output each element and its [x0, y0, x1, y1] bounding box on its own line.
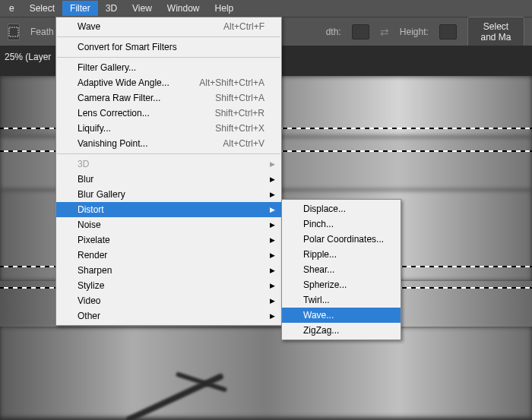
menubar-item-edit-partial[interactable]: e	[2, 1, 22, 16]
chevron-right-icon: ▶	[270, 160, 275, 168]
distort-submenu: Displace... Pinch... Polar Coordinates..…	[281, 199, 401, 340]
menubar-item-select[interactable]: Select	[22, 1, 62, 16]
menu-item-3d: 3D▶	[56, 156, 281, 172]
menubar-item-window[interactable]: Window	[160, 1, 207, 16]
menu-item-label: Adaptive Wide Angle...	[78, 77, 169, 88]
chevron-right-icon: ▶	[270, 221, 275, 229]
menu-separator	[57, 153, 280, 154]
menu-item-label: Blur Gallery	[78, 189, 125, 200]
menu-item-label: Ripple...	[303, 249, 337, 260]
filter-menu-dropdown: Wave Alt+Ctrl+F Convert for Smart Filter…	[55, 17, 282, 326]
menu-shortcut: Shift+Ctrl+A	[215, 93, 264, 103]
menu-item-lens-correction[interactable]: Lens Correction...Shift+Ctrl+R	[56, 106, 281, 121]
menu-item-distort[interactable]: Distort▶	[56, 202, 281, 217]
menu-item-label: Sharpen	[78, 265, 112, 276]
submenu-item-zigzag[interactable]: ZigZag...	[282, 323, 401, 338]
menu-item-label: Shear...	[303, 264, 334, 275]
height-input[interactable]	[439, 24, 457, 39]
menu-item-label: Video	[78, 295, 100, 306]
select-and-mask-button[interactable]: Select and Ma	[467, 17, 524, 47]
chevron-right-icon: ▶	[270, 282, 275, 289]
menu-item-label: Pixelate	[78, 235, 110, 245]
chevron-right-icon: ▶	[270, 175, 275, 183]
menu-item-other[interactable]: Other▶	[56, 308, 281, 324]
chevron-right-icon: ▶	[270, 191, 275, 198]
menu-item-video[interactable]: Video▶	[56, 293, 281, 308]
menubar: e Select Filter 3D View Window Help	[0, 0, 532, 17]
zoom-level-label: 25% (Layer	[0, 49, 55, 65]
submenu-item-shear[interactable]: Shear...	[282, 262, 401, 277]
menu-item-label: Vanishing Point...	[78, 138, 148, 149]
menu-item-label: Wave	[78, 21, 100, 32]
menu-item-vanishing-point[interactable]: Vanishing Point...Alt+Ctrl+V	[56, 136, 281, 151]
menu-item-label: Stylize	[78, 280, 104, 291]
menubar-item-3d[interactable]: 3D	[98, 1, 125, 16]
menu-item-label: Convert for Smart Filters	[78, 42, 177, 52]
width-label: dth:	[326, 27, 341, 37]
menu-item-label: Distort	[78, 204, 104, 215]
menu-item-label: Blur	[78, 174, 93, 185]
menu-shortcut: Shift+Ctrl+R	[215, 108, 264, 118]
height-label: Height:	[400, 27, 429, 37]
menu-item-label: Lens Correction...	[78, 108, 150, 118]
submenu-item-twirl[interactable]: Twirl...	[282, 292, 401, 308]
chevron-right-icon: ▶	[270, 297, 275, 305]
menu-item-label: 3D	[78, 159, 89, 169]
menu-shortcut: Alt+Ctrl+V	[223, 138, 264, 149]
chevron-right-icon: ▶	[270, 267, 275, 274]
menu-item-pixelate[interactable]: Pixelate▶	[56, 232, 281, 248]
menu-item-last-filter[interactable]: Wave Alt+Ctrl+F	[56, 19, 281, 34]
menu-item-label: Camera Raw Filter...	[78, 93, 160, 103]
submenu-item-spherize[interactable]: Spherize...	[282, 277, 401, 292]
menu-shortcut: Alt+Ctrl+F	[223, 21, 264, 32]
menu-item-stylize[interactable]: Stylize▶	[56, 278, 281, 293]
menu-item-adaptive-wide-angle[interactable]: Adaptive Wide Angle...Alt+Shift+Ctrl+A	[56, 75, 281, 90]
submenu-item-ripple[interactable]: Ripple...	[282, 247, 401, 262]
submenu-item-wave[interactable]: Wave...	[282, 308, 401, 323]
menu-separator	[57, 57, 280, 58]
chevron-right-icon: ▶	[270, 312, 275, 320]
swap-icon[interactable]: ⇄	[380, 26, 389, 38]
menu-item-label: Filter Gallery...	[78, 62, 136, 73]
feather-label: Feath	[30, 27, 54, 37]
menu-item-label: Displace...	[303, 204, 346, 214]
submenu-item-pinch[interactable]: Pinch...	[282, 216, 401, 232]
chevron-right-icon: ▶	[270, 206, 275, 213]
menu-item-label: Polar Coordinates...	[303, 234, 384, 245]
menubar-item-filter[interactable]: Filter	[62, 1, 98, 16]
menu-item-liquify[interactable]: Liquify...Shift+Ctrl+X	[56, 121, 281, 136]
menu-item-noise[interactable]: Noise▶	[56, 217, 281, 232]
menu-item-label: ZigZag...	[303, 325, 339, 336]
menu-shortcut: Alt+Shift+Ctrl+A	[199, 77, 264, 88]
menu-item-label: Pinch...	[303, 219, 334, 229]
menu-item-blur[interactable]: Blur▶	[56, 172, 281, 187]
menu-item-render[interactable]: Render▶	[56, 248, 281, 263]
menu-item-label: Noise	[78, 219, 101, 230]
menu-item-label: Wave...	[303, 310, 334, 321]
menu-item-label: Twirl...	[303, 295, 330, 305]
menu-item-convert-smart[interactable]: Convert for Smart Filters	[56, 39, 281, 55]
menu-item-sharpen[interactable]: Sharpen▶	[56, 263, 281, 278]
menubar-item-view[interactable]: View	[125, 1, 160, 16]
menu-item-filter-gallery[interactable]: Filter Gallery...	[56, 60, 281, 75]
submenu-item-polar-coordinates[interactable]: Polar Coordinates...	[282, 232, 401, 247]
menu-item-label: Liquify...	[78, 123, 111, 134]
submenu-item-displace[interactable]: Displace...	[282, 201, 401, 216]
menu-item-camera-raw[interactable]: Camera Raw Filter...Shift+Ctrl+A	[56, 90, 281, 106]
width-input[interactable]	[352, 24, 369, 39]
chevron-right-icon: ▶	[270, 236, 275, 244]
marquee-tool-icon[interactable]	[8, 24, 20, 40]
menu-item-label: Render	[78, 250, 107, 261]
menu-item-blur-gallery[interactable]: Blur Gallery▶	[56, 187, 281, 202]
chevron-right-icon: ▶	[270, 251, 275, 259]
menubar-item-help[interactable]: Help	[207, 1, 242, 16]
menu-shortcut: Shift+Ctrl+X	[215, 123, 264, 134]
menu-item-label: Other	[78, 311, 100, 321]
menu-item-label: Spherize...	[303, 279, 347, 290]
menu-separator	[57, 36, 280, 37]
svg-rect-0	[9, 27, 18, 36]
